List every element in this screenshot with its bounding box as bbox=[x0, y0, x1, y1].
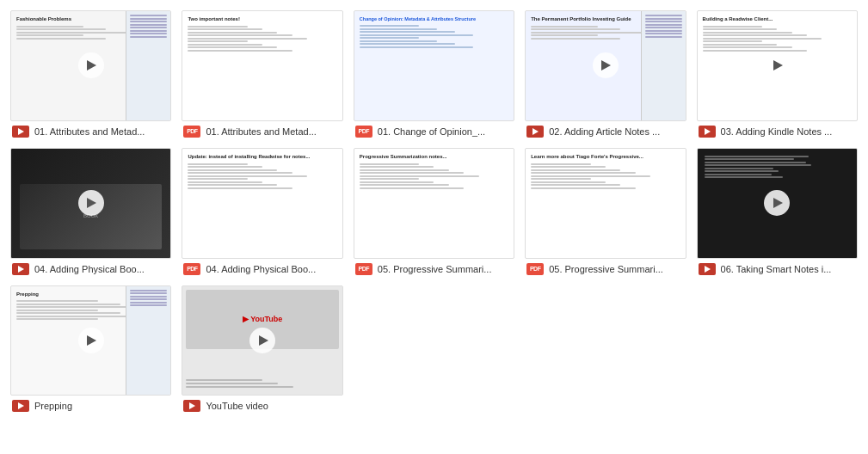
video-icon bbox=[699, 126, 716, 138]
pdf-icon: PDF bbox=[183, 263, 200, 275]
grid-card-row1-col2[interactable]: Two important notes!PDF01. Attributes an… bbox=[182, 10, 342, 138]
grid-card-row1-col4[interactable]: The Permanent Portfolio Investing Guide0… bbox=[525, 10, 686, 138]
play-button bbox=[78, 190, 104, 216]
video-icon bbox=[526, 126, 544, 138]
card-thumbnail: Learn more about Tiago Forte's Progressi… bbox=[525, 148, 686, 259]
card-label: 04. Adding Physical Boo... bbox=[34, 264, 169, 274]
card-footer: PDF05. Progressive Summari... bbox=[354, 263, 514, 275]
play-button bbox=[78, 52, 104, 78]
card-footer: 01. Attributes and Metad... bbox=[10, 126, 171, 138]
card-label: 01. Change of Opinion_... bbox=[378, 126, 513, 137]
card-footer: PDF04. Adding Physical Boo... bbox=[182, 263, 342, 275]
card-footer: Prepping bbox=[10, 400, 171, 412]
card-thumbnail bbox=[697, 148, 858, 259]
card-thumbnail: The Permanent Portfolio Investing Guide bbox=[525, 10, 686, 121]
grid-card-row2-col2[interactable]: Update: instead of installing Readwise f… bbox=[182, 148, 342, 275]
card-thumbnail: Progressive Summarization notes... bbox=[354, 148, 514, 259]
grid-card-row2-col1[interactable]: BOOK04. Adding Physical Boo... bbox=[10, 148, 171, 275]
pdf-icon: PDF bbox=[526, 263, 544, 275]
card-footer: PDF01. Change of Opinion_... bbox=[354, 126, 514, 138]
card-label: 05. Progressive Summari... bbox=[549, 264, 684, 274]
card-label: 04. Adding Physical Boo... bbox=[206, 264, 341, 274]
grid-card-row1-col3[interactable]: Change of Opinion: Metadata & Attributes… bbox=[354, 10, 514, 138]
card-label: Prepping bbox=[34, 401, 169, 411]
grid-card-row3-col1[interactable]: PreppingPrepping bbox=[10, 285, 171, 413]
card-thumbnail: Building a Readwise Client... bbox=[697, 10, 858, 121]
pdf-icon: PDF bbox=[355, 263, 372, 275]
grid-card-row2-col3[interactable]: Progressive Summarization notes...PDF05.… bbox=[354, 148, 514, 275]
grid-card-row2-col4[interactable]: Learn more about Tiago Forte's Progressi… bbox=[525, 148, 686, 275]
content-grid: Fashionable Problems01. Attributes and M… bbox=[0, 0, 868, 422]
play-button bbox=[593, 52, 619, 78]
video-icon bbox=[699, 263, 716, 275]
video-icon bbox=[12, 263, 29, 275]
pdf-icon: PDF bbox=[183, 126, 200, 138]
video-icon bbox=[12, 400, 29, 412]
pdf-icon: PDF bbox=[355, 126, 372, 138]
grid-card-row1-col1[interactable]: Fashionable Problems01. Attributes and M… bbox=[10, 10, 171, 138]
card-footer: 02. Adding Article Notes ... bbox=[525, 126, 686, 138]
card-label: 03. Adding Kindle Notes ... bbox=[721, 126, 856, 137]
play-button bbox=[764, 190, 790, 216]
grid-card-row3-col2[interactable]: ▶ YouTubeYouTube video bbox=[182, 285, 342, 413]
card-label: 06. Taking Smart Notes i... bbox=[721, 264, 856, 274]
card-footer: PDF05. Progressive Summari... bbox=[525, 263, 686, 275]
card-label: YouTube video bbox=[206, 401, 341, 411]
card-footer: PDF01. Attributes and Metad... bbox=[182, 126, 342, 138]
card-label: 05. Progressive Summari... bbox=[378, 264, 513, 274]
card-label: 02. Adding Article Notes ... bbox=[549, 126, 684, 137]
card-thumbnail: Two important notes! bbox=[182, 10, 342, 121]
video-icon bbox=[12, 126, 29, 138]
card-thumbnail: Change of Opinion: Metadata & Attributes… bbox=[354, 10, 514, 121]
card-footer: 04. Adding Physical Boo... bbox=[10, 263, 171, 275]
grid-card-row2-col5[interactable]: 06. Taking Smart Notes i... bbox=[697, 148, 858, 275]
play-button bbox=[78, 328, 104, 353]
play-button bbox=[249, 328, 275, 353]
card-thumbnail: BOOK bbox=[10, 148, 171, 259]
card-thumbnail: Update: instead of installing Readwise f… bbox=[182, 148, 342, 259]
card-footer: YouTube video bbox=[182, 400, 342, 412]
card-label: 01. Attributes and Metad... bbox=[206, 126, 341, 137]
card-thumbnail: Prepping bbox=[10, 285, 171, 396]
card-footer: 06. Taking Smart Notes i... bbox=[697, 263, 858, 275]
card-thumbnail: ▶ YouTube bbox=[182, 285, 342, 396]
card-label: 01. Attributes and Metad... bbox=[34, 126, 169, 137]
play-button bbox=[764, 52, 790, 78]
video-icon bbox=[183, 400, 200, 412]
card-thumbnail: Fashionable Problems bbox=[10, 10, 171, 121]
grid-card-row1-col5[interactable]: Building a Readwise Client...03. Adding … bbox=[697, 10, 858, 138]
card-footer: 03. Adding Kindle Notes ... bbox=[697, 126, 858, 138]
